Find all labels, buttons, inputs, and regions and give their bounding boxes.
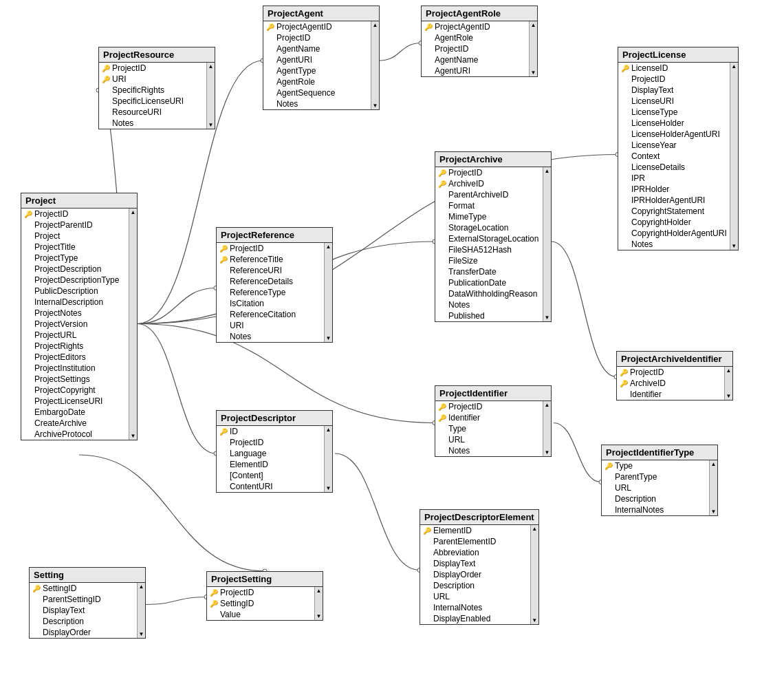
table-field: 🔑ReferenceTitle: [217, 254, 324, 265]
scroll-up-arrow[interactable]: ▲: [316, 588, 322, 594]
scroll-bar[interactable]: ▲▼: [709, 460, 717, 515]
scroll-bar[interactable]: ▲▼: [529, 21, 537, 76]
scroll-bar[interactable]: ▲▼: [543, 401, 551, 456]
scroll-down-arrow[interactable]: ▼: [139, 631, 144, 637]
scroll-bar[interactable]: ▲▼: [371, 21, 379, 109]
field-label: ProjectCopyright: [34, 385, 96, 395]
field-label: LicenseHolderAgentURI: [631, 129, 720, 139]
scroll-down-arrow[interactable]: ▼: [316, 613, 322, 619]
field-label: Published: [448, 311, 485, 321]
table-field: 🔑ProjectID: [617, 367, 724, 378]
field-label: ProjectDescriptionType: [34, 275, 119, 285]
scroll-up-arrow[interactable]: ▲: [532, 526, 537, 532]
table-field: DisplayEnabled: [420, 613, 530, 624]
connection-line: [138, 324, 216, 454]
table-field: Context: [618, 151, 730, 162]
field-label: SpecificRights: [112, 85, 164, 95]
scroll-bar[interactable]: ▲▼: [314, 587, 323, 620]
field-label: ProjectID: [631, 74, 665, 84]
scroll-bar[interactable]: ▲▼: [324, 243, 332, 342]
field-label: Format: [448, 201, 475, 211]
table-field: URL: [435, 434, 543, 445]
field-label: ParentArchiveID: [448, 190, 508, 200]
table-field: Description: [602, 493, 709, 504]
field-label: DisplayText: [631, 85, 673, 95]
scroll-up-arrow[interactable]: ▲: [208, 63, 214, 70]
scroll-up-arrow[interactable]: ▲: [731, 63, 737, 70]
field-label: SettingID: [220, 599, 254, 608]
key-icon: 🔑: [620, 368, 628, 376]
table-projectresource: ProjectResource🔑ProjectID🔑URISpecificRig…: [98, 47, 215, 129]
field-label: ArchiveID: [448, 179, 484, 189]
field-label: ReferenceDetails: [230, 277, 293, 286]
scroll-bar[interactable]: ▲▼: [129, 209, 137, 440]
field-label: ProjectID: [448, 168, 482, 178]
scroll-down-arrow[interactable]: ▼: [545, 314, 550, 321]
scroll-bar[interactable]: ▲▼: [724, 367, 732, 400]
scroll-down-arrow[interactable]: ▼: [531, 70, 536, 76]
table-field: ReferenceCitation: [217, 309, 324, 320]
scroll-down-arrow[interactable]: ▼: [208, 122, 214, 128]
field-label: URL: [615, 483, 631, 493]
table-field: ProjectCopyright: [21, 385, 129, 396]
scroll-up-arrow[interactable]: ▲: [131, 209, 136, 215]
table-field: InternalDescription: [21, 297, 129, 308]
scroll-down-arrow[interactable]: ▼: [731, 243, 737, 249]
scroll-bar[interactable]: ▲▼: [543, 167, 551, 321]
table-field: ProjectID: [217, 437, 324, 448]
scroll-down-arrow[interactable]: ▼: [726, 393, 732, 399]
field-label: ID: [230, 427, 238, 436]
field-label: ParentElementID: [433, 537, 496, 546]
field-label: Abbreviation: [433, 548, 479, 557]
table-field: PublicationDate: [435, 277, 543, 288]
scroll-up-arrow[interactable]: ▲: [139, 584, 144, 590]
field-label: AgentRole: [276, 77, 315, 87]
scroll-down-arrow[interactable]: ▼: [131, 433, 136, 439]
field-label: DisplayOrder: [433, 570, 481, 579]
field-label: DataWithholdingReason: [448, 289, 537, 299]
table-field: ElementID: [217, 459, 324, 470]
scroll-down-arrow[interactable]: ▼: [545, 449, 550, 456]
field-label: ProjectInstitution: [34, 363, 96, 373]
scroll-bar[interactable]: ▲▼: [530, 525, 538, 624]
scroll-bar[interactable]: ▲▼: [137, 583, 145, 638]
scroll-up-arrow[interactable]: ▲: [545, 168, 550, 174]
table-field: ProjectSettings: [21, 374, 129, 385]
scroll-up-arrow[interactable]: ▲: [726, 367, 732, 374]
scroll-down-arrow[interactable]: ▼: [532, 617, 537, 623]
scroll-down-arrow[interactable]: ▼: [711, 509, 717, 515]
scroll-up-arrow[interactable]: ▲: [531, 22, 536, 28]
scroll-up-arrow[interactable]: ▲: [545, 402, 550, 408]
table-field: 🔑ElementID: [420, 525, 530, 536]
scroll-bar[interactable]: ▲▼: [206, 63, 215, 129]
field-label: ProjectID: [220, 588, 254, 597]
field-label: Notes: [448, 300, 470, 310]
table-field: Type: [435, 423, 543, 434]
table-field: URL: [602, 482, 709, 493]
scroll-up-arrow[interactable]: ▲: [373, 22, 378, 28]
field-label: Notes: [112, 118, 133, 128]
scroll-up-arrow[interactable]: ▲: [326, 427, 331, 433]
scroll-down-arrow[interactable]: ▼: [326, 485, 331, 491]
table-field: 🔑ProjectID: [435, 401, 543, 412]
field-label: Description: [433, 581, 475, 590]
scroll-bar[interactable]: ▲▼: [730, 63, 738, 250]
scroll-bar[interactable]: ▲▼: [324, 426, 332, 492]
table-field: ReferenceURI: [217, 265, 324, 276]
scroll-up-arrow[interactable]: ▲: [326, 244, 331, 250]
field-label: LicenseDetails: [631, 162, 685, 172]
scroll-up-arrow[interactable]: ▲: [711, 461, 717, 467]
table-field: 🔑Type: [602, 460, 709, 471]
scroll-down-arrow[interactable]: ▼: [326, 335, 331, 341]
field-label: FileSHA512Hash: [448, 245, 512, 255]
field-label: ArchiveID: [630, 378, 666, 388]
scroll-down-arrow[interactable]: ▼: [373, 103, 378, 109]
table-field: ResourceURI: [99, 107, 206, 118]
field-label: SpecificLicenseURI: [112, 96, 184, 106]
connection-line: [554, 423, 601, 482]
table-header-projectdescriptor: ProjectDescriptor: [217, 411, 332, 426]
key-icon: 🔑: [266, 23, 274, 31]
key-icon: 🔑: [620, 379, 628, 387]
field-label: AgentType: [276, 66, 316, 76]
table-projectlicense: ProjectLicense🔑LicenseIDProjectIDDisplay…: [618, 47, 739, 250]
